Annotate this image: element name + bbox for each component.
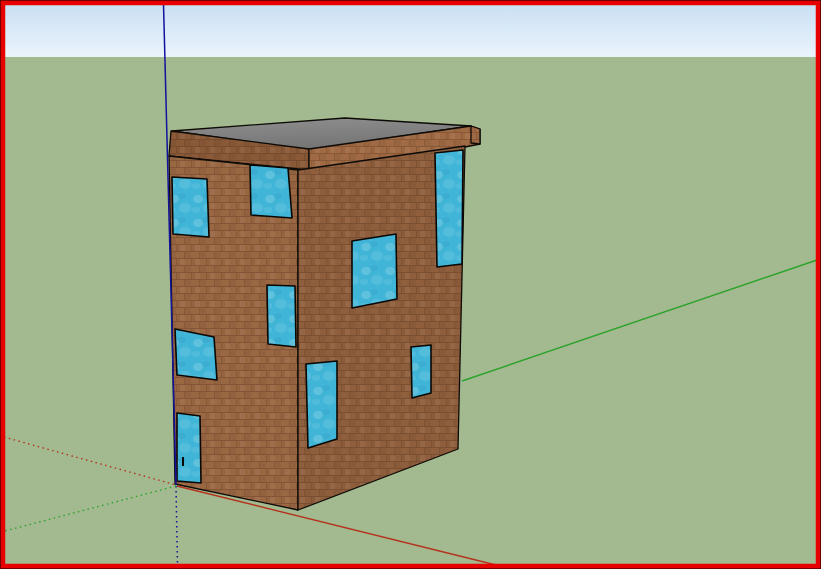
window-right-top-tall[interactable]: [435, 150, 463, 267]
building-model[interactable]: [169, 118, 480, 510]
window-left-middle[interactable]: [267, 285, 296, 347]
viewport-canvas[interactable]: [0, 0, 821, 569]
window-left-lower[interactable]: [175, 329, 217, 380]
roof-fascia-end[interactable]: [471, 126, 480, 144]
sky-gradient: [0, 0, 821, 57]
window-left-top-center[interactable]: [250, 165, 292, 218]
window-left-top-edge[interactable]: [172, 177, 209, 237]
window-right-lower[interactable]: [306, 361, 337, 448]
window-right-small[interactable]: [411, 345, 431, 398]
model-viewport[interactable]: [0, 0, 821, 569]
door-left-bottom[interactable]: [177, 413, 201, 483]
window-right-center[interactable]: [352, 234, 397, 308]
